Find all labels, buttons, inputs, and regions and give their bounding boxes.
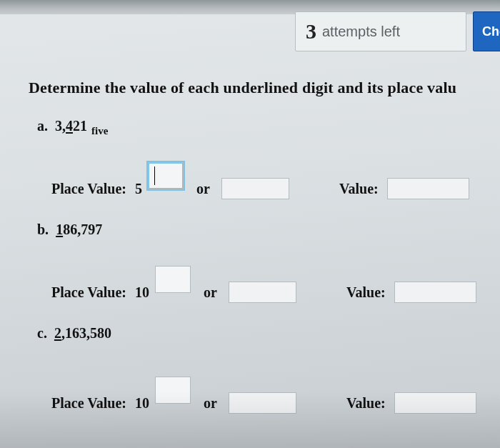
place-value-label: Place Value:: [51, 181, 126, 197]
question-a-value-input[interactable]: [387, 178, 469, 199]
or-label: or: [204, 284, 217, 301]
text-caret-icon: [154, 166, 155, 185]
question-b-pv-base: 10: [135, 284, 149, 301]
question-a-base-subscript: five: [91, 125, 108, 137]
question-c: c. 2,163,580: [37, 325, 494, 342]
question-b-exponent-input[interactable]: [155, 266, 191, 293]
question-a-num-underlined: 4: [66, 118, 73, 134]
attempts-remaining-box: 3 attempts left: [295, 11, 466, 51]
instruction-text: Determine the value of each underlined d…: [29, 79, 500, 97]
page-root: 3 attempts left Check my Determine the v…: [0, 0, 500, 448]
value-label: Value:: [346, 395, 386, 412]
question-a-num-post: 21: [73, 118, 87, 134]
or-label: or: [204, 395, 217, 412]
question-c-num-underlined: 2: [54, 325, 61, 341]
question-b: b. 186,797: [37, 221, 494, 238]
question-c-alt-place-value-input[interactable]: [229, 392, 296, 414]
question-b-num-post: 86,797: [63, 221, 102, 237]
value-label: Value:: [346, 284, 386, 301]
question-b-value-input[interactable]: [394, 282, 476, 303]
value-label: Value:: [339, 181, 379, 197]
question-c-value-input[interactable]: [394, 392, 476, 414]
attempts-label: attempts left: [322, 24, 400, 40]
check-button-label: Check my: [482, 24, 500, 39]
question-c-number: c. 2,163,580: [37, 325, 494, 342]
question-c-pv-base: 10: [135, 395, 149, 412]
question-a-pv-base: 5: [135, 181, 142, 197]
question-a-exponent-input[interactable]: [148, 162, 184, 189]
check-my-work-button[interactable]: Check my: [473, 11, 500, 51]
place-value-label: Place Value:: [51, 395, 126, 412]
question-a-number: a. 3,421 five: [37, 118, 494, 134]
question-a: a. 3,421 five: [37, 118, 494, 134]
question-b-answer-row: Place Value: 10 or Value:: [51, 279, 476, 306]
question-b-number: b. 186,797: [37, 221, 494, 238]
question-b-num-underlined: 1: [56, 221, 63, 237]
question-a-alt-place-value-input[interactable]: [221, 178, 289, 199]
question-b-letter: b.: [37, 221, 49, 238]
question-c-exponent-input[interactable]: [155, 377, 191, 404]
question-c-num-post: ,163,580: [61, 325, 111, 341]
question-c-letter: c.: [37, 325, 47, 342]
attempts-count: 3: [306, 19, 316, 44]
question-b-alt-place-value-input[interactable]: [229, 282, 296, 303]
place-value-label: Place Value:: [51, 284, 126, 301]
or-label: or: [196, 181, 210, 197]
question-a-answer-row: Place Value: 5 or Value:: [51, 175, 469, 202]
question-c-answer-row: Place Value: 10 or Value:: [51, 389, 476, 417]
question-a-num-pre: 3,: [55, 118, 66, 134]
question-a-letter: a.: [37, 118, 48, 134]
